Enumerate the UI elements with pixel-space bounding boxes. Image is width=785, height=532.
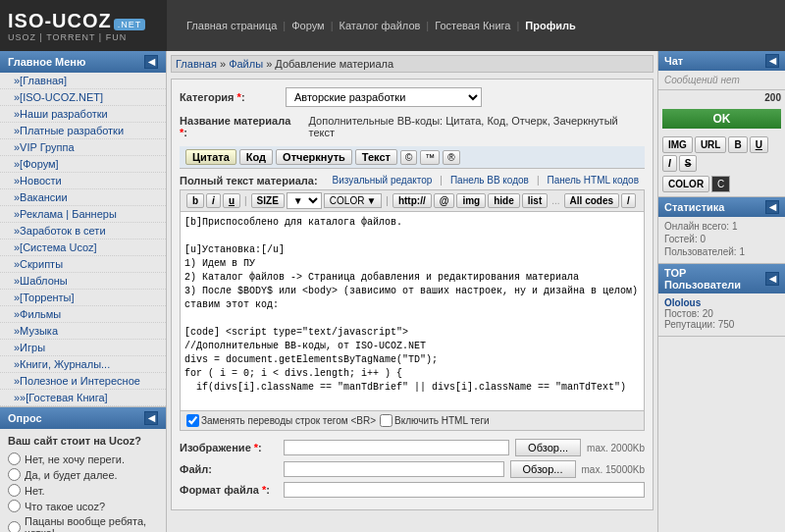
sidebar-item-iso[interactable]: »[ISO-UCOZ.NET] (0, 89, 166, 106)
menu-collapse-icon[interactable]: ◀ (144, 55, 158, 69)
sidebar-item-earn[interactable]: »Заработок в сети (0, 223, 166, 239)
sidebar-item-interesting[interactable]: »Полезное и Интересное (0, 373, 166, 390)
editor-textarea[interactable]: [b]Приспособлено для каталога файлов. [u… (181, 212, 644, 408)
at-button[interactable]: @ (434, 193, 455, 208)
top-users-section: ТОР Пользователи ◀ Ololous Постов: 20 Ре… (658, 264, 785, 337)
users-stat: Пользователей: 1 (664, 246, 779, 257)
poll-option-3[interactable]: Нет. (8, 484, 158, 497)
bb-buttons-row: Цитата Код Отчеркнуть Текст © ™ ® (180, 146, 645, 169)
poll-option-1[interactable]: Нет, не хочу переги. (8, 452, 158, 465)
nav-home[interactable]: Главная страница (183, 18, 281, 33)
include-html-checkbox[interactable] (380, 414, 392, 427)
hide-button[interactable]: hide (488, 193, 520, 208)
sidebar-item-torrents[interactable]: »[Торренты] (0, 290, 166, 306)
logo-text: ISO-UCOZ (8, 10, 112, 31)
sidebar-item-templates[interactable]: »Шаблоны (0, 273, 166, 290)
sidebar-item-ads[interactable]: »Реклама | Баннеры (0, 206, 166, 223)
sidebar-item-scripts[interactable]: »Скрипты (0, 256, 166, 273)
sidebar-item-guestbook2[interactable]: »»[Гостевая Книга] (0, 390, 166, 406)
stats-content: Онлайн всего: 1 Гостей: 0 Пользователей:… (658, 217, 785, 263)
poll-option-4[interactable]: Что такое ucoz? (8, 500, 158, 512)
include-html-label[interactable]: Включить HTML теги (380, 414, 490, 427)
right-c-button[interactable]: C (711, 176, 730, 192)
guests-stat: Гостей: 0 (664, 234, 779, 244)
image-input[interactable] (284, 440, 509, 455)
breadcrumb-section[interactable]: Файлы (229, 58, 263, 70)
top-users-content: Ololous Постов: 20 Репутации: 750 (658, 293, 785, 336)
right-url-button[interactable]: URL (695, 136, 727, 153)
underline-button[interactable]: u (223, 193, 240, 208)
http-button[interactable]: http:// (392, 193, 432, 208)
sidebar-item-vacancies[interactable]: »Вакансии (0, 189, 166, 206)
size-select[interactable]: ▼ (287, 192, 322, 209)
ok-button[interactable]: OK (662, 109, 781, 129)
italic-button[interactable]: i (206, 193, 221, 208)
color-row: COLOR C (662, 176, 781, 192)
nav-forum[interactable]: Форум (288, 18, 328, 33)
html-panel-link[interactable]: Панель HTML кодов (548, 175, 640, 186)
sidebar-item-vip[interactable]: »VIP Группа (0, 139, 166, 156)
logo-main: ISO-UCOZ.NET (8, 10, 159, 32)
poll-section: Опрос ◀ Ваш сайт стоит на Ucoz? Нет, не … (0, 407, 166, 532)
img-button[interactable]: img (456, 193, 486, 208)
sidebar-item-games[interactable]: »Игры (0, 340, 166, 356)
strikeout-button[interactable]: Отчеркнуть (276, 149, 352, 165)
sidebar-item-books[interactable]: »Книги, Журналы... (0, 356, 166, 373)
right-color-button[interactable]: COLOR (662, 176, 709, 192)
bb-panel-link[interactable]: Панель ВВ кодов (450, 175, 529, 186)
visual-editor-link[interactable]: Визуальный редактор (333, 175, 433, 186)
top-user-name[interactable]: Ololous (664, 297, 701, 308)
bottom-toolbar: Заменять переводы строк тегом <BR> Включ… (181, 410, 644, 430)
sidebar-item-news[interactable]: »Новости (0, 173, 166, 189)
tm-icon-btn[interactable]: ™ (420, 150, 440, 165)
top-nav: Главная страница | Форум | Каталог файло… (167, 0, 785, 51)
sidebar-item-music[interactable]: »Музыка (0, 323, 166, 340)
category-select[interactable]: Авторские разработки (286, 87, 482, 107)
name-row: Название материала *: Дополнительные ВВ-… (180, 115, 645, 138)
sidebar-item-movies[interactable]: »Фильмы (0, 306, 166, 323)
code-button[interactable]: Код (239, 149, 273, 165)
chat-header: Чат ◀ (658, 51, 785, 71)
copyright-icon-btn[interactable]: © (400, 150, 417, 165)
editor-header-row: Полный текст материала: Визуальный редак… (180, 173, 645, 187)
breadcrumb-home[interactable]: Главная (176, 58, 217, 70)
format-input[interactable] (284, 482, 645, 498)
nav-guestbook[interactable]: Гостевая Книга (431, 18, 514, 33)
right-b-button[interactable]: B (728, 136, 747, 153)
replace-br-label[interactable]: Заменять переводы строк тегом <BR> (186, 414, 376, 427)
color-button[interactable]: COLOR ▼ (324, 193, 382, 208)
sidebar-item-forum[interactable]: »[Форум] (0, 156, 166, 173)
sidebar-item-home[interactable]: »[Главная] (0, 73, 166, 89)
size-button[interactable]: SIZE (251, 193, 285, 208)
right-u-button[interactable]: U (750, 136, 768, 153)
file-input[interactable] (284, 461, 504, 477)
chat-collapse-icon[interactable]: ◀ (765, 54, 779, 68)
replace-br-checkbox[interactable] (186, 414, 199, 427)
right-img-button[interactable]: IMG (662, 136, 693, 153)
right-s-button[interactable]: S (679, 155, 698, 172)
name-value: Дополнительные ВВ-коды: Цитата, Код, Отч… (309, 115, 645, 138)
sidebar-item-paid-dev[interactable]: »Платные разработки (0, 123, 166, 139)
bold-button[interactable]: b (186, 193, 204, 208)
file-browse-button[interactable]: Обзор... (510, 460, 576, 478)
registered-icon-btn[interactable]: ® (443, 150, 459, 165)
nav-catalog[interactable]: Каталог файлов (335, 18, 424, 33)
citation-button[interactable]: Цитата (185, 149, 236, 165)
stats-collapse-icon[interactable]: ◀ (765, 200, 779, 214)
right-i-button[interactable]: I (662, 155, 677, 172)
list-button[interactable]: list (522, 193, 548, 208)
poll-option-2[interactable]: Да, и будет далее. (8, 468, 158, 481)
sidebar-item-our-dev[interactable]: »Наши разработки (0, 106, 166, 123)
slash-button[interactable]: / (621, 193, 636, 208)
image-browse-button[interactable]: Обзор... (515, 439, 581, 456)
poll-collapse-icon[interactable]: ◀ (144, 411, 158, 425)
counter-row: 200 (658, 90, 785, 105)
top-users-collapse-icon[interactable]: ◀ (765, 272, 779, 286)
poll-option-5[interactable]: Пацаны вообще ребята, чотка! (8, 515, 158, 532)
text-button[interactable]: Текст (355, 149, 397, 165)
top-bar: ISO-UCOZ.NET USOZ | TORRENT | FUN Главна… (0, 0, 785, 51)
category-label: Категория *: (180, 91, 278, 103)
all-codes-button[interactable]: All codes (564, 193, 619, 208)
nav-profile[interactable]: Профиль (521, 18, 579, 33)
sidebar-item-ucoz[interactable]: »[Система Ucoz] (0, 239, 166, 256)
